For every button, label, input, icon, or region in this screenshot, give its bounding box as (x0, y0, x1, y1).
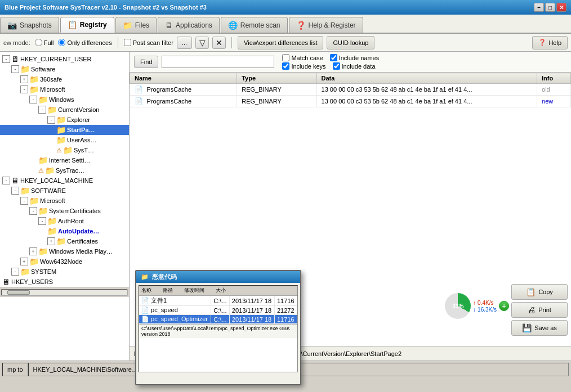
tab-files[interactable]: 📁 Files (115, 17, 157, 33)
col-info[interactable]: Info (537, 73, 571, 84)
filter-button[interactable]: ▽ (195, 37, 209, 49)
match-case-check[interactable]: Match case (282, 54, 323, 61)
tree-item-autoupdate[interactable]: 📁 AutoUpdate… (0, 226, 129, 236)
folder-icon-12: 📁 (45, 166, 55, 175)
network-plus-button[interactable]: + (499, 301, 509, 311)
window-title: Blue Project Software SysTracer v2.10 - … (5, 4, 207, 11)
expand-software-lm[interactable]: - (11, 187, 19, 195)
col-data[interactable]: Data (316, 73, 537, 84)
cell-name-0: 📄 ProgramsCache (130, 84, 237, 96)
tree-item-microsoft-lm[interactable]: - 📁 Microsoft (0, 196, 129, 206)
col-type[interactable]: Type (237, 73, 316, 84)
expand-hklm[interactable]: - (2, 177, 10, 184)
expand-certificates[interactable]: + (47, 237, 55, 245)
guid-lookup-button[interactable]: GUID lookup (327, 36, 374, 49)
clear-filter-button[interactable]: ✕ (212, 37, 226, 49)
tree-label-winmedia: Windows Media Play… (49, 248, 113, 255)
print-button[interactable]: 🖨 Print (511, 302, 568, 318)
tree-item-explorer[interactable]: - 📁 Explorer (0, 115, 129, 125)
view-export-button[interactable]: View\export differences list (238, 36, 323, 49)
help-button[interactable]: ❓ Help (532, 36, 568, 49)
tree-item-currentversion[interactable]: - 📁 CurrentVersion (0, 105, 129, 115)
tab-remote-scan[interactable]: 🌐 Remote scan (221, 17, 288, 33)
expand-systemcerts[interactable]: - (29, 207, 37, 215)
folder-icon-lm8: 📁 (29, 257, 39, 266)
save-icon: 💾 (522, 323, 532, 332)
only-diff-radio-input[interactable] (58, 39, 65, 46)
expand-360safe[interactable]: + (20, 75, 28, 83)
post-scan-check[interactable]: Post scan filter (124, 39, 173, 46)
tree-item-software[interactable]: - 📁 Software (0, 64, 129, 74)
hscroll-thumb[interactable] (7, 290, 30, 295)
tree-item-microsoft[interactable]: - 📁 Microsoft (0, 84, 129, 94)
popup-row-0[interactable]: 📄 文件1 C:\... 2013/11/17 18 11716 (139, 296, 297, 306)
hscroll-track[interactable] (1, 289, 128, 296)
tree-item-internetsettings[interactable]: 📁 Internet Setti… (0, 155, 129, 165)
tree-item-systemcerts[interactable]: - 📁 SystemCertificates (0, 206, 129, 216)
action-buttons: 📋 Copy 🖨 Print 💾 Save as (511, 284, 568, 336)
include-data-check[interactable]: Include data (333, 62, 376, 70)
tree-item-hkcu[interactable]: - 🖥 HKEY_CURRENT_USER (0, 54, 129, 64)
tree-item-startpage[interactable]: 📁 StartPa… (0, 125, 129, 135)
tree-item-hkusers[interactable]: 🖥 HKEY_USERS (0, 277, 129, 287)
popup-row-2[interactable]: 📄 pc_speed_Optimizer C:\... 2013/11/17 1… (139, 315, 297, 324)
tree-item-syst1[interactable]: ⚠ 📁 SysT… (0, 145, 129, 155)
maximize-button[interactable]: □ (545, 3, 555, 12)
cell-data-1: 13 00 00 00 c3 53 5b 62 48 ab c1 4e ba 1… (316, 96, 537, 107)
popup-row-1[interactable]: 📄 pc_speed C:\... 2013/11/17 18 21272 (139, 306, 297, 315)
copy-button[interactable]: 📋 Copy (511, 284, 568, 300)
tree-label-startpage: StartPa… (67, 127, 95, 133)
tab-applications[interactable]: 🖥 Applications (158, 17, 220, 33)
tree-item-authroot[interactable]: - 📁 AuthRoot (0, 216, 129, 226)
expand-wow6432[interactable]: + (20, 258, 28, 265)
tab-registry[interactable]: 📋 Registry (60, 17, 114, 33)
close-button[interactable]: ✕ (556, 3, 566, 12)
expand-microsoft[interactable]: - (20, 85, 28, 93)
search-input[interactable] (162, 56, 274, 68)
tree-hscrollbar[interactable] (0, 287, 129, 297)
popup-window[interactable]: 📁 恶意代码 名称 路径 修改时间 大小 📄 文件1 C:\... 2013/1… (135, 270, 301, 385)
table-row[interactable]: 📄 ProgramsCache REG_BINARY 13 00 00 00 c… (130, 96, 571, 107)
include-keys-checkbox[interactable] (282, 62, 289, 70)
tree-item-360safe[interactable]: + 📁 360safe (0, 74, 129, 84)
only-diff-radio[interactable]: Only differences (58, 39, 111, 46)
tree-item-winmedia[interactable]: + 📁 Windows Media Play… (0, 246, 129, 256)
table-row[interactable]: 📄 ProgramsCache REG_BINARY 13 00 00 00 c… (130, 84, 571, 96)
tree-item-system[interactable]: - 📁 SYSTEM (0, 267, 129, 277)
tree-item-windows[interactable]: - 📁 Windows (0, 94, 129, 105)
tree-item-hklm[interactable]: - 🖥 HKEY_LOCAL_MACHINE (0, 175, 129, 186)
tree-item-certificates[interactable]: + 📁 Certificates (0, 236, 129, 246)
registry-tree[interactable]: - 🖥 HKEY_CURRENT_USER - 📁 Software + 📁 3… (0, 52, 130, 361)
expand-winmedia[interactable]: + (29, 247, 37, 255)
post-scan-more-button[interactable]: ... (177, 37, 192, 49)
col-name[interactable]: Name (130, 73, 237, 84)
tab-snapshots[interactable]: 📷 Snapshots (0, 17, 59, 33)
full-radio[interactable]: Full (35, 39, 54, 46)
full-radio-input[interactable] (35, 39, 42, 46)
expand-microsoft-lm[interactable]: - (20, 197, 28, 205)
expand-currentversion[interactable]: - (38, 106, 46, 114)
expand-hkcu[interactable]: - (2, 55, 10, 63)
tree-item-software-lm[interactable]: - 📁 SOFTWARE (0, 186, 129, 196)
include-names-check[interactable]: Include names (330, 54, 380, 61)
include-data-checkbox[interactable] (333, 62, 340, 70)
tree-item-wow6432[interactable]: + 📁 Wow6432Node (0, 256, 129, 267)
include-keys-check[interactable]: Include keys (282, 62, 325, 70)
post-scan-checkbox[interactable] (124, 39, 131, 46)
expand-explorer[interactable]: - (47, 116, 55, 124)
match-case-checkbox[interactable] (282, 54, 289, 61)
expand-software[interactable]: - (11, 65, 19, 73)
save-as-button[interactable]: 💾 Save as (511, 320, 568, 336)
tree-label-software: Software (31, 66, 55, 73)
expand-windows[interactable]: - (29, 96, 37, 103)
tree-item-userassist[interactable]: 📁 UserAss… (0, 135, 129, 145)
minimize-button[interactable]: – (534, 3, 544, 12)
tree-item-systrac1[interactable]: ⚠ 📁 SysTrac… (0, 165, 129, 175)
include-names-checkbox[interactable] (330, 54, 337, 61)
find-button[interactable]: Find (134, 56, 158, 68)
tab-help-register[interactable]: ❓ Help & Register (289, 17, 363, 33)
expand-system[interactable]: - (11, 268, 19, 276)
expand-authroot[interactable]: - (38, 217, 46, 225)
tab-remote-scan-label: Remote scan (240, 21, 280, 29)
tree-label-system: SYSTEM (31, 268, 56, 275)
